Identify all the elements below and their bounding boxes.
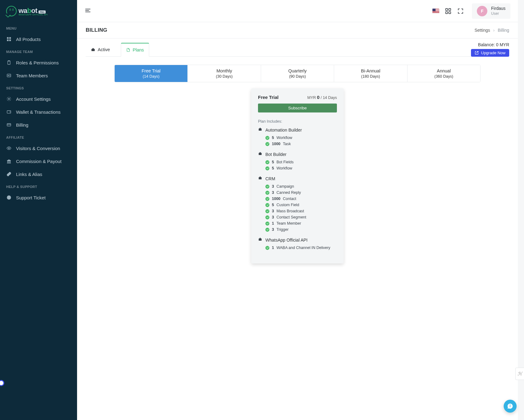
language-flag-icon[interactable] — [432, 8, 439, 14]
user-menu[interactable]: F Firdaus User — [472, 3, 510, 19]
topbar: F Firdaus User — [77, 0, 518, 22]
sidebar-item-links-alias[interactable]: Links & Alias — [0, 168, 77, 181]
svg-rect-3 — [9, 39, 11, 41]
card-icon — [6, 122, 12, 128]
period-name: Free Trial — [115, 68, 187, 73]
sidebar-item-label: Wallet & Transactions — [16, 109, 61, 115]
bank-icon — [6, 158, 12, 164]
svg-point-13 — [8, 148, 10, 149]
sidebar-item-billing[interactable]: Billing — [0, 118, 77, 131]
svg-point-10 — [10, 112, 10, 112]
sidebar-item-roles-permissions[interactable]: Roles & Permissions — [0, 56, 77, 69]
balance-display: Balance: 0 MYR — [471, 42, 510, 47]
feature-group-title: CRM — [258, 176, 337, 181]
subscribe-button[interactable]: Subscribe — [258, 104, 337, 112]
clipboard-icon — [6, 60, 12, 65]
plan-name: Free Trial — [258, 95, 279, 100]
svg-point-15 — [8, 197, 10, 198]
svg-rect-23 — [92, 49, 95, 51]
nav-heading: MANAGE TEAM — [0, 46, 77, 56]
feature-item: 1 WABA and Channel IN Delivery — [258, 245, 337, 251]
upgrade-now-button[interactable]: Upgrade Now — [471, 49, 510, 57]
sidebar-item-account-settings[interactable]: Account Settings — [0, 92, 77, 105]
sidebar-item-wallet-transactions[interactable]: Wallet & Transactions — [0, 105, 77, 118]
feature-item: 1000 Task — [258, 141, 337, 147]
period-bi-annual[interactable]: Bi-Annual (180 Days) — [334, 65, 407, 82]
check-icon — [265, 215, 269, 219]
logo[interactable]: wabot PRO WHATSAPP OFFICIAL API — [0, 0, 77, 22]
feature-group: Bot Builder 5 Bot Fields 5 Workflow — [258, 152, 337, 171]
fullscreen-icon[interactable] — [457, 8, 464, 14]
tab-active-label: Active — [98, 47, 110, 52]
side-widget-tab[interactable]: ℋ — [515, 368, 524, 380]
link-icon — [6, 171, 12, 177]
sidebar-item-label: Roles & Permissions — [16, 60, 59, 65]
breadcrumb: Settings › Billing — [474, 28, 509, 33]
sidebar-item-team-members[interactable]: Team Members — [0, 69, 77, 82]
svg-point-7 — [8, 75, 9, 76]
feature-group-title: WhatsApp Official API — [258, 237, 337, 243]
logo-text: wabot — [18, 7, 37, 14]
plan-card: Free Trial MYR 0 / 14 Days Subscribe Pla… — [251, 88, 344, 263]
period-quarterly[interactable]: Quarterly (90 Days) — [261, 65, 334, 82]
check-icon — [265, 142, 269, 146]
feature-group-title: Bot Builder — [258, 152, 337, 157]
sidebar-item-all-products[interactable]: All Products — [0, 33, 77, 46]
main: F Firdaus User BILLING Settings › Billin… — [77, 0, 518, 420]
tabs: Active Plans Balance: 0 MYR Upgrade Now — [86, 39, 509, 57]
nav-heading: AFFILIATE — [0, 131, 77, 142]
sidebar-item-visitors-conversion[interactable]: Visitors & Conversion — [0, 142, 77, 155]
page-header: BILLING Settings › Billing — [77, 22, 518, 39]
svg-rect-5 — [8, 60, 10, 61]
tab-active[interactable]: Active — [86, 43, 115, 56]
sidebar-item-label: Billing — [16, 122, 28, 128]
check-icon — [265, 160, 269, 164]
period-name: Monthly — [188, 68, 260, 73]
scrollbar[interactable] — [518, 0, 524, 420]
check-icon — [265, 203, 269, 207]
check-icon — [265, 136, 269, 140]
user-role: User — [491, 11, 506, 16]
menu-toggle-button[interactable] — [84, 7, 91, 15]
check-icon — [265, 197, 269, 201]
feature-item: 1 Team Member — [258, 220, 337, 226]
sidebar-item-label: Visitors & Conversion — [16, 146, 60, 151]
logo-subtext: WHATSAPP OFFICIAL API — [18, 14, 48, 16]
tab-plans-label: Plans — [133, 47, 144, 52]
period-days: (30 Days) — [188, 74, 260, 79]
avatar: F — [477, 6, 487, 16]
user-name: Firdaus — [491, 6, 506, 11]
wallet-icon — [6, 109, 12, 115]
period-name: Bi-Annual — [334, 68, 407, 73]
nav-heading: SETTINGS — [0, 82, 77, 92]
period-days: (90 Days) — [261, 74, 334, 79]
breadcrumb-root[interactable]: Settings — [474, 28, 490, 33]
feature-group: Automation Builder 5 Workflow 1000 Task — [258, 127, 337, 147]
period-monthly[interactable]: Monthly (30 Days) — [188, 65, 261, 82]
feature-group-title: Automation Builder — [258, 127, 337, 133]
briefcase-icon — [258, 237, 262, 243]
feature-item: 5 Bot Fields — [258, 159, 337, 165]
logo-badge: PRO — [39, 10, 46, 14]
apps-grid-icon[interactable] — [445, 8, 452, 14]
feature-item: 1000 Contact — [258, 196, 337, 202]
svg-rect-11 — [7, 124, 11, 126]
feature-item: 3 Trigger — [258, 226, 337, 233]
feature-item: 3 Mass Broadcast — [258, 208, 337, 214]
logo-mark-icon — [6, 6, 17, 16]
sidebar-item-support-ticket[interactable]: Support Ticket — [0, 191, 77, 204]
feature-item: 3 Campaign — [258, 183, 337, 190]
sidebar-item-label: All Products — [16, 37, 41, 42]
feature-item: 3 Canned Reply — [258, 190, 337, 196]
sidebar-item-commission-payout[interactable]: Commission & Payout — [0, 155, 77, 168]
sidebar: wabot PRO WHATSAPP OFFICIAL API MENUAll … — [0, 0, 77, 420]
check-icon — [265, 185, 269, 189]
period-selector: Free Trial (14 Days)Monthly (30 Days)Qua… — [114, 65, 481, 82]
period-annual[interactable]: Annual (360 Days) — [407, 65, 480, 82]
svg-rect-0 — [7, 37, 9, 39]
svg-rect-19 — [446, 8, 448, 10]
period-free-trial[interactable]: Free Trial (14 Days) — [115, 65, 188, 82]
chat-widget-button[interactable] — [504, 400, 517, 413]
tab-plans[interactable]: Plans — [121, 43, 149, 57]
period-name: Annual — [407, 68, 480, 73]
